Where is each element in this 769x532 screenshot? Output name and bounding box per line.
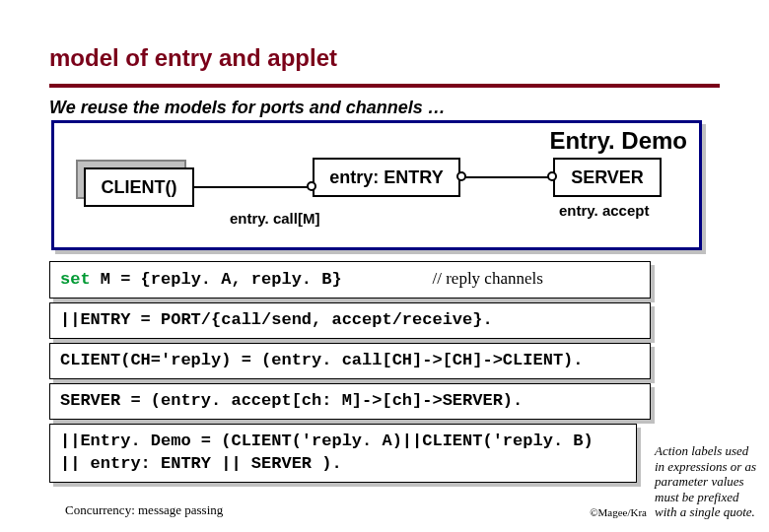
accept-label: entry. accept xyxy=(559,202,649,219)
copyright: ©Magee/Kra xyxy=(590,506,647,518)
code-block-4: SERVER = (entry. accept[ch: M]->[ch]->SE… xyxy=(49,383,651,420)
line-entry-server xyxy=(460,176,553,178)
code-line-5: ||Entry. Demo = (CLIENT('reply. A)||CLIE… xyxy=(49,424,637,483)
code-text: M = {reply. A, reply. B} xyxy=(91,270,342,289)
code-block-1: set M = {reply. A, reply. B} // reply ch… xyxy=(49,261,651,299)
code-line-2: ||ENTRY = PORT/{call/send, accept/receiv… xyxy=(49,302,651,339)
diagram-container: Entry. Demo CLIENT() entry: ENTRY SERVER… xyxy=(51,120,702,253)
code-line-1: set M = {reply. A, reply. B} // reply ch… xyxy=(49,261,651,299)
page-title: model of entry and applet xyxy=(49,44,720,72)
title-rule xyxy=(49,84,720,88)
footer-text: Concurrency: message passing xyxy=(65,502,223,518)
code-block-3: CLIENT(CH='reply) = (entry. call[CH]->[C… xyxy=(49,343,651,379)
entry-node: entry: ENTRY xyxy=(313,158,460,197)
port-entry-left xyxy=(307,181,316,191)
code-text: || entry: ENTRY || SERVER ). xyxy=(60,454,342,473)
code-block-2: ||ENTRY = PORT/{call/send, accept/receiv… xyxy=(49,302,651,339)
code-text: ||Entry. Demo = (CLIENT('reply. A)||CLIE… xyxy=(60,432,594,450)
code-line-3: CLIENT(CH='reply) = (entry. call[CH]->[C… xyxy=(49,343,651,379)
code-comment: // reply channels xyxy=(432,269,542,288)
server-node: SERVER xyxy=(553,158,662,197)
line-client-entry xyxy=(194,186,313,188)
code-block-5: ||Entry. Demo = (CLIENT('reply. A)||CLIE… xyxy=(49,424,637,483)
call-label: entry. call[M] xyxy=(230,210,319,227)
diagram: Entry. Demo CLIENT() entry: ENTRY SERVER… xyxy=(51,120,702,250)
diagram-title: Entry. Demo xyxy=(549,127,687,155)
client-node: CLIENT() xyxy=(84,167,194,207)
port-server-left xyxy=(547,171,557,181)
subtitle: We reuse the models for ports and channe… xyxy=(49,98,720,118)
code-line-4: SERVER = (entry. accept[ch: M]->[ch]->SE… xyxy=(49,383,651,420)
keyword-set: set xyxy=(60,270,91,289)
port-entry-right xyxy=(456,171,466,181)
side-note: Action labels used in expressions or as … xyxy=(655,443,761,520)
